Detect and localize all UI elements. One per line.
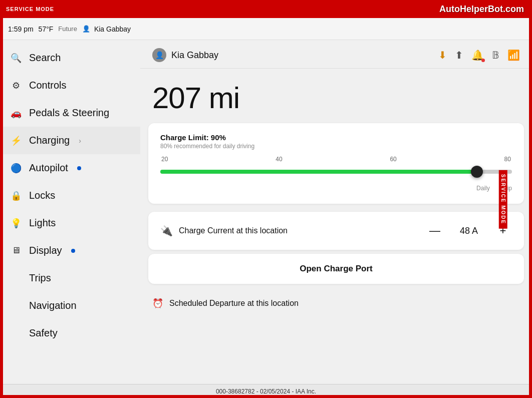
bell-badge bbox=[481, 59, 485, 62]
sidebar-item-autopilot-label: Autopilot bbox=[29, 162, 68, 174]
sidebar-item-charging[interactable]: ⚡ Charging › bbox=[0, 127, 140, 154]
autopilot-icon: 🔵 bbox=[10, 163, 22, 174]
scheduled-departure[interactable]: ⏰ Scheduled Departure at this location bbox=[140, 288, 532, 319]
scale-tick-80: 80 bbox=[504, 156, 511, 163]
clock-icon: ⏰ bbox=[152, 298, 163, 309]
locks-icon: 🔒 bbox=[10, 190, 22, 201]
charge-scale: 20 40 60 80 bbox=[160, 156, 512, 163]
scale-tick-40: 40 bbox=[276, 156, 282, 163]
slider-thumb[interactable] bbox=[471, 166, 483, 178]
header-icons: ⬇ ⬆ 🔔 𝔹 📶 bbox=[438, 49, 520, 61]
decrease-current-button[interactable]: — bbox=[426, 222, 444, 240]
sidebar-item-search-label: Search bbox=[29, 52, 61, 64]
service-mode-side-label: SERVICE MODE bbox=[498, 170, 507, 228]
sidebar-item-controls[interactable]: ⚙ Controls bbox=[0, 72, 140, 99]
sidebar-item-controls-label: Controls bbox=[29, 80, 66, 91]
status-user: Kia Gabbay bbox=[94, 25, 131, 33]
autopilot-dot bbox=[77, 166, 81, 170]
lights-icon: 💡 bbox=[10, 218, 22, 229]
service-mode-label: SERVICE MODE bbox=[6, 6, 54, 12]
sidebar-item-pedals-label: Pedals & Steering bbox=[29, 107, 109, 119]
controls-icon: ⚙ bbox=[10, 80, 22, 91]
header-username: Kia Gabbay bbox=[171, 50, 218, 61]
bluetooth-icon[interactable]: 𝔹 bbox=[492, 49, 499, 61]
status-temp: 57°F bbox=[39, 25, 54, 33]
sidebar-item-charging-label: Charging bbox=[29, 135, 70, 146]
range-value: 207 mi bbox=[152, 81, 520, 115]
main-container: 🔍 Search ⚙ Controls 🚗 Pedals & Steering … bbox=[0, 40, 532, 384]
range-section: 207 mi bbox=[140, 69, 532, 123]
sidebar-item-display[interactable]: 🖥 Display bbox=[0, 237, 140, 264]
charge-limit-card: Charge Limit: 90% 80% recommended for da… bbox=[148, 123, 524, 204]
sidebar-item-trips[interactable]: Trips bbox=[0, 264, 140, 292]
sidebar-item-locks[interactable]: 🔒 Locks bbox=[0, 182, 140, 209]
open-charge-port-button[interactable]: Open Charge Port bbox=[148, 254, 524, 284]
upload-icon[interactable]: ⬆ bbox=[455, 49, 463, 61]
status-future: Future bbox=[58, 25, 77, 33]
charging-icon: ⚡ bbox=[10, 135, 22, 146]
charge-current-left: 🔌 Charge Current at this location bbox=[160, 225, 288, 237]
main-content: 👤 Kia Gabbay ⬇ ⬆ 🔔 𝔹 📶 207 mi Charge Lim… bbox=[140, 40, 532, 384]
sidebar-item-safety[interactable]: Safety bbox=[0, 319, 140, 347]
sidebar-item-navigation-label: Navigation bbox=[29, 300, 77, 311]
signal-icon: 📶 bbox=[507, 49, 520, 61]
status-bar: 1:59 pm 57°F Future 👤 Kia Gabbay bbox=[0, 18, 532, 40]
scale-tick-60: 60 bbox=[390, 156, 396, 163]
sidebar-item-display-label: Display bbox=[29, 245, 62, 256]
slider-fill bbox=[160, 170, 477, 174]
charge-slider[interactable] bbox=[160, 165, 512, 179]
sidebar-item-lights-label: Lights bbox=[29, 217, 56, 229]
slider-track bbox=[160, 170, 512, 174]
pedals-icon: 🚗 bbox=[10, 108, 22, 119]
sidebar: 🔍 Search ⚙ Controls 🚗 Pedals & Steering … bbox=[0, 40, 140, 384]
sidebar-item-navigation[interactable]: Navigation bbox=[0, 292, 140, 319]
download-icon[interactable]: ⬇ bbox=[438, 49, 447, 61]
sidebar-item-search[interactable]: 🔍 Search bbox=[0, 44, 140, 72]
scale-tick-20: 20 bbox=[161, 156, 168, 163]
display-dot bbox=[71, 249, 75, 253]
sidebar-item-pedals[interactable]: 🚗 Pedals & Steering bbox=[0, 99, 140, 127]
sidebar-item-lights[interactable]: 💡 Lights bbox=[0, 209, 140, 237]
footer-bar: 000-38682782 - 02/05/2024 - IAA Inc. bbox=[0, 384, 532, 398]
charge-recommend: 80% recommended for daily driving bbox=[160, 143, 512, 150]
charge-limit-label: Charge Limit: 90% bbox=[160, 133, 512, 142]
sidebar-item-trips-label: Trips bbox=[29, 272, 51, 284]
charging-arrow-icon: › bbox=[79, 137, 81, 145]
sidebar-item-locks-label: Locks bbox=[29, 190, 55, 201]
search-icon: 🔍 bbox=[10, 53, 22, 64]
content-header: 👤 Kia Gabbay ⬇ ⬆ 🔔 𝔹 📶 bbox=[140, 40, 532, 69]
charge-current-label: Charge Current at this location bbox=[179, 226, 288, 235]
status-time: 1:59 pm bbox=[8, 25, 34, 33]
footer-text: 000-38682782 - 02/05/2024 - IAA Inc. bbox=[216, 388, 316, 395]
plug-icon: 🔌 bbox=[160, 225, 173, 237]
autohelperbot-watermark: AutoHelperBot.com bbox=[439, 4, 524, 15]
sidebar-item-safety-label: Safety bbox=[29, 327, 58, 339]
slider-labels: Daily Trip bbox=[160, 185, 512, 192]
scheduled-departure-label: Scheduled Departure at this location bbox=[169, 299, 299, 308]
header-user: 👤 Kia Gabbay bbox=[152, 48, 218, 62]
bell-icon[interactable]: 🔔 bbox=[471, 49, 484, 61]
daily-label: Daily bbox=[476, 185, 490, 192]
current-value: 48 A bbox=[454, 226, 484, 236]
avatar: 👤 bbox=[152, 48, 166, 62]
charge-current-row: 🔌 Charge Current at this location — 48 A… bbox=[148, 212, 524, 250]
display-icon: 🖥 bbox=[10, 245, 22, 256]
sidebar-item-autopilot[interactable]: 🔵 Autopilot bbox=[0, 154, 140, 182]
